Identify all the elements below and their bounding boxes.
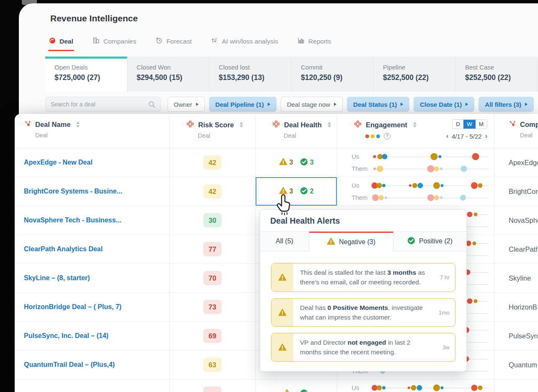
deal-name-link[interactable]: ClearPath Analytics Deal [15,235,170,263]
sort-toggle[interactable] [328,122,331,128]
positive-alert-count[interactable]: 2 [300,187,314,196]
summary-card-closed-lost[interactable]: Closed lost$153,290 (13) [210,57,292,92]
legend-dot [365,134,369,138]
summary-card-best-case[interactable]: Best Case$252,500 (22) [456,57,538,92]
engagement-dot [373,155,376,158]
deal-name-link[interactable]: ApexEdge - New Deal [15,148,170,177]
period-week[interactable]: W [463,120,476,129]
risk-score-cell: 63 [170,351,256,379]
alert-item[interactable]: Deal has 0 Positive Moments, investigate… [271,298,455,327]
engagement-us-track [373,382,488,392]
positive-alert-count[interactable]: 3 [300,158,314,168]
table-header: Deal Name Deal Risk Score Deal Deal Heal… [15,114,538,148]
sort-toggle[interactable] [413,122,416,128]
nav-tab-ai-win-loss-analysis[interactable]: AI win/loss analysis [211,37,278,51]
chevron-right-icon[interactable]: › [485,132,487,140]
deal-name-link[interactable]: NovaSphere Tech - Business... [15,206,170,235]
nav-tab-deal[interactable]: Deal [49,37,73,51]
reports-icon [297,37,305,46]
caret-right-icon [268,103,270,106]
engagement-dot [471,384,478,391]
engagement-cell: UsThem [337,148,494,177]
sort-toggle[interactable] [240,122,243,128]
companies-icon [93,37,100,46]
date-range-label: 4/17 - 5/22 [452,133,482,140]
summary-card-pipeline[interactable]: Pipeline$252,500 (22) [374,57,456,92]
summary-card-open-deals[interactable]: Open Deals$725,000 (27) [45,57,127,92]
alerts-list: This deal is stalled for the last 3 mont… [260,251,466,371]
risk-score-chip: 73 [203,300,222,314]
nav-tab-companies[interactable]: Companies [93,37,136,51]
filter-button-deal-stage-now[interactable]: Deal stage now [281,97,343,112]
alert-item[interactable]: This deal is stalled for the last 3 mont… [271,263,455,292]
tab-positive[interactable]: Positive (2) [393,232,466,251]
engagement-dot [411,385,416,390]
negative-alert-count[interactable]: 3 [279,158,293,167]
warning-icon [272,299,293,327]
deal-name-link[interactable]: HorizonBridge Deal – ( Plus, 7) [15,293,170,321]
risk-score-chip: 42 [203,184,222,199]
filter-button-deal-status-1-[interactable]: Deal Status (1) [347,97,409,112]
chevron-left-icon[interactable]: ‹ [446,132,448,140]
engagement-cell: UsThem [337,379,494,392]
company-cell: PulseSync [494,322,538,350]
deal-health-cell[interactable]: 33 [256,148,337,177]
check-icon [300,389,308,392]
page-title: Revenue Intelligence [50,13,138,23]
engagement-them-track [373,163,488,174]
deal-name-link[interactable]: BrightCore Systems - Busine... [15,177,170,206]
engagement-dot [478,385,482,390]
risk-score-chip: 63 [203,358,222,372]
engagement-dot [377,385,382,390]
engagement-dot [441,386,444,389]
filter-button-close-date-1-[interactable]: Close Date (1) [414,97,474,112]
column-header-deal-name[interactable]: Deal Name Deal [15,114,170,148]
filter-bar: Search for a deal OwnerDeal Pipeline (1)… [45,96,534,112]
negative-alert-count[interactable] [283,389,293,392]
deal-name-link[interactable] [15,379,170,392]
period-toggle[interactable]: D W M [452,119,487,129]
column-header-risk-score[interactable]: Risk Score Deal [170,114,256,148]
column-header-company[interactable]: Comp Deal [494,114,538,148]
deal-name-link[interactable]: QuantumTrail Deal – (Plus,4) [15,351,170,379]
engagement-cell: UsThem [337,177,494,206]
risk-score-cell: 42 [170,177,256,206]
filter-button-all-filters-3-[interactable]: All filters (3) [479,97,534,112]
column-header-deal-health[interactable]: Deal Health Deal [256,114,337,148]
filter-button-owner[interactable]: Owner [168,97,205,112]
search-input[interactable]: Search for a deal [45,97,161,112]
risk-score-cell: 42 [170,148,256,177]
company-cell: Skyline [494,264,538,292]
summary-card-commit[interactable]: Commit$120,250 (9) [292,57,374,92]
legend-dot [376,134,380,138]
column-header-engagement[interactable]: Engagement ? D W M ‹ 4/17 - 5/22 › [337,114,494,148]
risk-score-cell: 77 [170,235,256,263]
engagement-dot [433,384,440,391]
check-icon [300,187,308,196]
engagement-dot [433,182,440,189]
help-icon[interactable]: ? [384,133,391,139]
deal-name-link[interactable]: SkyLine – (8, starter) [15,264,170,292]
alert-item[interactable]: VP and Director not engaged in last 2 mo… [271,333,455,362]
engagement-dot [431,153,438,160]
sort-toggle[interactable] [76,121,80,128]
nav-tab-forecast[interactable]: Forecast [155,37,191,51]
hubspot-sprocket-icon [509,120,516,129]
deal-health-cell[interactable] [256,379,337,392]
positive-alert-count[interactable] [300,389,310,392]
deal-health-cell[interactable]: 32 [256,177,337,206]
period-day[interactable]: D [453,120,463,129]
engagement-dot [373,168,376,170]
summary-card-closed-won[interactable]: Closed Won$294,500 (15) [127,57,210,92]
warning-icon [283,389,291,392]
nav-tab-reports[interactable]: Reports [297,37,331,51]
engagement-dot [408,387,410,389]
period-month[interactable]: M [476,120,487,129]
risk-score-cell: 69 [170,322,256,350]
tab-negative[interactable]: Negative (3) [309,232,393,251]
engagement-dot [409,184,411,187]
filter-button-deal-pipeline-1-[interactable]: Deal Pipeline (1) [209,97,277,112]
deal-name-link[interactable]: PulseSync, Inc. Deal – (14) [15,322,170,350]
engagement-us-track [373,151,488,162]
tab-all[interactable]: All (5) [260,232,309,251]
